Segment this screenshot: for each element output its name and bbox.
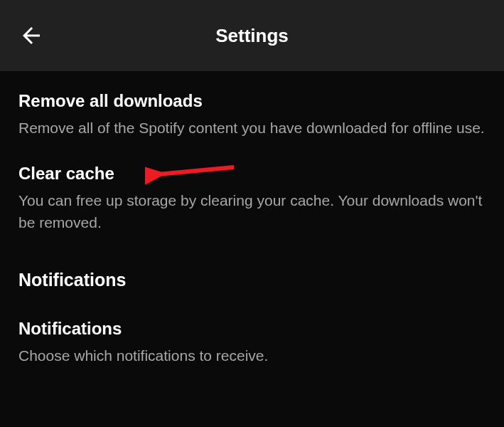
notifications-title: Notifications: [18, 319, 486, 339]
page-title: Settings: [0, 25, 504, 47]
clear-cache-title: Clear cache: [18, 164, 486, 184]
remove-downloads-title: Remove all downloads: [18, 91, 486, 111]
header: Settings: [0, 0, 504, 71]
notifications-description: Choose which notifications to receive.: [18, 344, 486, 367]
notifications-item[interactable]: Notifications Choose which notifications…: [18, 319, 486, 367]
settings-content: Remove all downloads Remove all of the S…: [0, 71, 504, 367]
clear-cache-description: You can free up storage by clearing your…: [18, 189, 486, 234]
remove-downloads-description: Remove all of the Spotify content you ha…: [18, 117, 486, 139]
back-button[interactable]: [17, 21, 45, 50]
notifications-section-header: Notifications: [18, 270, 486, 290]
back-arrow-icon: [18, 23, 44, 48]
clear-cache-item[interactable]: Clear cache You can free up storage by c…: [18, 164, 486, 234]
remove-downloads-item[interactable]: Remove all downloads Remove all of the S…: [18, 91, 486, 139]
